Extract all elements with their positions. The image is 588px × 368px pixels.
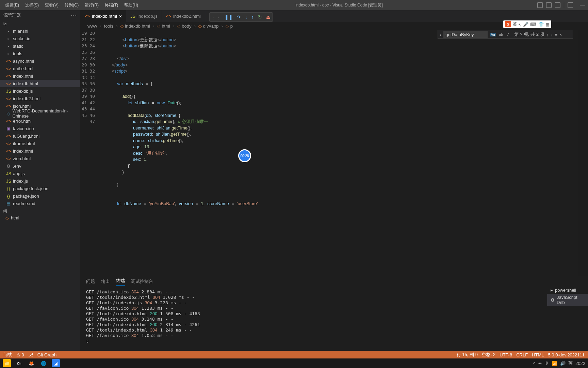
ime-skin-icon[interactable]: 👕 bbox=[538, 22, 544, 27]
drag-handle-icon[interactable]: ⋮⋮ bbox=[212, 15, 220, 20]
step-out-icon[interactable]: ↑ bbox=[251, 14, 254, 20]
file-favicon.ico[interactable]: ▣favicon.ico bbox=[0, 125, 80, 132]
panel-tab-问题[interactable]: 问题 bbox=[86, 278, 95, 285]
tray-item[interactable]: 英 bbox=[568, 360, 573, 366]
disconnect-icon[interactable]: ⏏ bbox=[266, 14, 271, 20]
file-indexdb.js[interactable]: JSindexdb.js bbox=[0, 87, 80, 95]
terminal-output[interactable]: GET /favicon.ico 304 2.804 ms - - GET /t… bbox=[81, 287, 588, 347]
tab-indexdb2.html[interactable]: <>indexdb2.html bbox=[162, 10, 205, 22]
ime-punct-icon[interactable]: •, bbox=[519, 22, 521, 27]
store-app-icon[interactable]: 🛍 bbox=[15, 359, 23, 367]
file-app.js[interactable]: JSapp.js bbox=[0, 170, 80, 177]
code-editor[interactable]: 19 20 21 22 23 24 25 26 27 28 29 30 31 3… bbox=[81, 30, 588, 276]
file-readme.md[interactable]: ▤readme.md bbox=[0, 200, 80, 207]
customize-icon[interactable] bbox=[568, 2, 573, 8]
menu-编辑(E)[interactable]: 编辑(E) bbox=[3, 1, 22, 10]
minimize-icon[interactable] bbox=[580, 5, 585, 5]
breadcrumb-seg[interactable]: ◇body bbox=[177, 24, 191, 29]
breadcrumb-seg[interactable]: ◇p bbox=[226, 24, 233, 29]
status-item[interactable]: HTML bbox=[532, 352, 544, 357]
taskbar[interactable]: 📁 🛍 🦊 🌐 ◢ ^☀🎙📶🔊英2022 bbox=[0, 358, 588, 368]
status-item[interactable]: ⎇ bbox=[28, 352, 33, 357]
panel-tabs[interactable]: 问题输出终端调试控制台 bbox=[81, 276, 588, 287]
file-package.json[interactable]: {}package.json bbox=[0, 192, 80, 200]
vscode-app-icon[interactable]: ◢ bbox=[52, 359, 60, 367]
step-into-icon[interactable]: ↓ bbox=[245, 14, 247, 20]
timeline-item[interactable]: ◇html bbox=[0, 215, 80, 221]
tray-item[interactable]: 2022 bbox=[575, 361, 585, 366]
tab-indexdb.html[interactable]: <>indexdb.html bbox=[81, 10, 126, 22]
tray-item[interactable]: 🎙 bbox=[545, 361, 549, 366]
status-item[interactable]: CRLF bbox=[516, 352, 528, 357]
file-duiLe.html[interactable]: <>duiLe.html bbox=[0, 65, 80, 72]
whole-word-icon[interactable]: ab bbox=[498, 33, 504, 36]
timeline-section[interactable]: 纲 bbox=[0, 207, 80, 215]
menu-帮助(H)[interactable]: 帮助(H) bbox=[121, 1, 141, 10]
tray-item[interactable]: ^ bbox=[533, 361, 535, 366]
file-indexdb2.html[interactable]: <>indexdb2.html bbox=[0, 95, 80, 102]
explorer-more-icon[interactable] bbox=[71, 12, 77, 19]
panel-right-icon[interactable] bbox=[555, 2, 560, 8]
breadcrumb-seg[interactable]: ◇html bbox=[157, 24, 170, 29]
terminal-powershell[interactable]: ▸powershell bbox=[547, 287, 588, 294]
ime-keyboard-icon[interactable]: ⌨ bbox=[530, 22, 537, 27]
debug-toolbar[interactable]: ⋮⋮ ❚❚ ↷ ↓ ↑ ↻ ⏏ bbox=[209, 12, 273, 22]
menu-选择(S)[interactable]: 选择(S) bbox=[22, 1, 42, 10]
status-item[interactable]: UTF-8 bbox=[500, 352, 512, 357]
ime-mic-icon[interactable]: 🎤 bbox=[523, 22, 528, 27]
find-in-selection-icon[interactable]: ≡ bbox=[555, 32, 558, 37]
find-widget[interactable]: › Aa ab .* 第 ? 项, 共 2 项 ↑ ↓ ≡ × bbox=[438, 30, 573, 39]
file-index.html[interactable]: <>index.html bbox=[0, 147, 80, 155]
chrome-app-icon[interactable]: 🌐 bbox=[39, 359, 48, 367]
panel-tab-终端[interactable]: 终端 bbox=[116, 278, 125, 286]
ime-lang[interactable]: 英 bbox=[513, 21, 517, 27]
status-item[interactable]: ⚠ 0 bbox=[16, 352, 24, 357]
file-async.html[interactable]: <>async.html bbox=[0, 57, 80, 65]
status-item[interactable]: 5.0.0-dev.2022111 bbox=[548, 352, 585, 357]
terminal-JavaScript Deb[interactable]: ⚙JavaScript Deb bbox=[547, 294, 588, 306]
next-match-icon[interactable]: ↓ bbox=[551, 32, 553, 37]
close-search-icon[interactable]: × bbox=[559, 32, 562, 37]
file-package-lock.json[interactable]: {}package-lock.json bbox=[0, 185, 80, 192]
tray-item[interactable]: 🔊 bbox=[560, 361, 566, 366]
code-area[interactable]: <button>更新数据</button> <button>删除数据</butt… bbox=[101, 30, 578, 276]
folder-tools[interactable]: tools bbox=[0, 50, 80, 57]
expand-replace-icon[interactable]: › bbox=[440, 32, 441, 37]
file-index.js[interactable]: JSindex.js bbox=[0, 177, 80, 185]
folder-mianshi[interactable]: mianshi bbox=[0, 27, 80, 35]
file-iframe.html[interactable]: <>iframe.html bbox=[0, 140, 80, 147]
menu-转到(G)[interactable]: 转到(G) bbox=[62, 1, 81, 10]
match-case-icon[interactable]: Aa bbox=[490, 33, 496, 36]
file-zion.html[interactable]: <>zion.html bbox=[0, 155, 80, 162]
system-tray[interactable]: ^☀🎙📶🔊英2022 bbox=[533, 360, 585, 366]
status-item[interactable]: 空格: 2 bbox=[482, 352, 495, 358]
file-fuGuang.html[interactable]: <>fuGuang.html bbox=[0, 132, 80, 140]
search-input[interactable] bbox=[443, 31, 488, 38]
panel-tab-输出[interactable]: 输出 bbox=[101, 278, 110, 285]
breadcrumb-seg[interactable]: tools bbox=[104, 24, 113, 29]
ime-tool-icon[interactable]: ▦ bbox=[545, 22, 550, 27]
breadcrumb-seg[interactable]: ◇indexdb.html bbox=[120, 24, 150, 29]
statusbar[interactable]: 问线⚠ 0⎇Git Graph行 15, 列 9空格: 2UTF-8CRLFHT… bbox=[0, 351, 588, 358]
firefox-app-icon[interactable]: 🦊 bbox=[27, 359, 35, 367]
file-WebRTC-Documentation-in-Chinese[interactable]: ◇WebRTC-Documentation-in-Chinese bbox=[0, 110, 80, 117]
panel-bottom-icon[interactable] bbox=[546, 2, 552, 8]
layout-icons[interactable] bbox=[537, 2, 585, 8]
file-indexdb.html[interactable]: <>indexdb.html bbox=[0, 80, 80, 87]
tray-item[interactable]: ☀ bbox=[538, 361, 542, 366]
prev-match-icon[interactable]: ↑ bbox=[546, 32, 549, 37]
close-icon[interactable] bbox=[119, 14, 122, 19]
tray-item[interactable]: 📶 bbox=[552, 361, 557, 366]
restart-icon[interactable]: ↻ bbox=[258, 14, 262, 20]
ime-toolbar[interactable]: S 英 •, 🎤 ⌨ 👕 ▦ bbox=[503, 20, 551, 28]
menu-查看(V)[interactable]: 查看(V) bbox=[42, 1, 61, 10]
status-item[interactable]: 问线 bbox=[3, 352, 12, 358]
panel-left-icon[interactable] bbox=[537, 2, 543, 8]
explorer-root[interactable]: ic bbox=[0, 20, 80, 27]
status-item[interactable]: Git Graph bbox=[37, 352, 56, 357]
tab-indexdb.js[interactable]: JSindexdb.js bbox=[126, 10, 162, 22]
panel-tab-调试控制台[interactable]: 调试控制台 bbox=[131, 278, 153, 285]
breadcrumb-seg[interactable]: www bbox=[87, 24, 97, 29]
minimap[interactable] bbox=[578, 30, 588, 276]
file-index.html[interactable]: <>index.html bbox=[0, 72, 80, 80]
